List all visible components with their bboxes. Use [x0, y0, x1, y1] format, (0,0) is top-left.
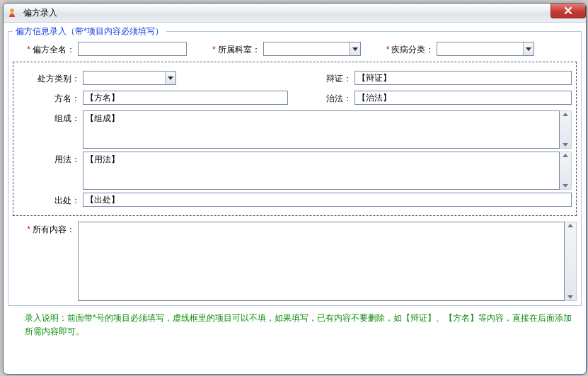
fieldset-legend: 偏方信息录入（带*项目内容必须填写） — [13, 25, 166, 38]
rx-type-combo[interactable] — [83, 71, 176, 85]
rx-type-label: 处方类别： — [18, 71, 83, 85]
disease-combo-input[interactable] — [437, 42, 523, 55]
bianzheng-input[interactable] — [354, 71, 572, 85]
client-area: 偏方信息录入（带*项目内容必须填写） 偏方全名： 所属科室： 疾病分类： — [4, 23, 586, 346]
fangming-input[interactable] — [83, 91, 288, 105]
zucheng-label: 组成： — [18, 110, 83, 125]
chuchu-input[interactable] — [83, 193, 572, 207]
close-button[interactable] — [550, 4, 586, 18]
scrollbar[interactable] — [560, 110, 572, 149]
zhifa-input[interactable] — [354, 91, 572, 105]
all-label: 所有内容： — [13, 222, 78, 236]
disease-combo[interactable] — [437, 42, 534, 56]
dept-combo[interactable] — [263, 42, 361, 56]
info-fieldset: 偏方信息录入（带*项目内容必须填写） 偏方全名： 所属科室： 疾病分类： — [8, 25, 582, 306]
fullname-input[interactable] — [78, 42, 187, 56]
bianzheng-label: 辩证： — [302, 71, 354, 85]
svg-point-0 — [10, 8, 14, 13]
chevron-down-icon[interactable] — [523, 42, 534, 55]
all-content-textarea[interactable] — [78, 222, 565, 301]
chevron-down-icon[interactable] — [349, 42, 359, 55]
rx-type-combo-input[interactable] — [83, 72, 165, 84]
fullname-label: 偏方全名： — [13, 42, 78, 56]
titlebar[interactable]: 偏方录入 — [4, 4, 586, 23]
scrollbar[interactable] — [560, 152, 572, 190]
zhifa-label: 治法： — [302, 91, 354, 105]
window-title: 偏方录入 — [23, 7, 57, 19]
dept-combo-input[interactable] — [264, 42, 350, 55]
yongfa-textarea[interactable] — [83, 152, 560, 190]
dialog-window: 偏方录入 偏方信息录入（带*项目内容必须填写） 偏方全名： 所属科室： — [3, 3, 587, 375]
disease-label: 疾病分类： — [386, 45, 434, 55]
optional-group: 处方类别： 辩证： 方名： 治法： — [13, 62, 577, 216]
chuchu-label: 出处： — [18, 193, 83, 207]
footer-note: 录入说明：前面带*号的项目必须填写，虚线框里的项目可以不填，如果填写，已有内容不… — [8, 309, 582, 343]
zucheng-textarea[interactable] — [83, 110, 560, 149]
all-content-row: 所有内容： — [13, 222, 577, 301]
dept-label: 所属科室： — [212, 45, 260, 55]
yongfa-label: 用法： — [18, 152, 83, 166]
top-row: 偏方全名： 所属科室： 疾病分类： — [13, 42, 577, 56]
fangming-label: 方名： — [18, 91, 83, 105]
scrollbar[interactable] — [565, 222, 577, 301]
app-icon — [8, 7, 19, 18]
chevron-down-icon[interactable] — [165, 72, 175, 84]
